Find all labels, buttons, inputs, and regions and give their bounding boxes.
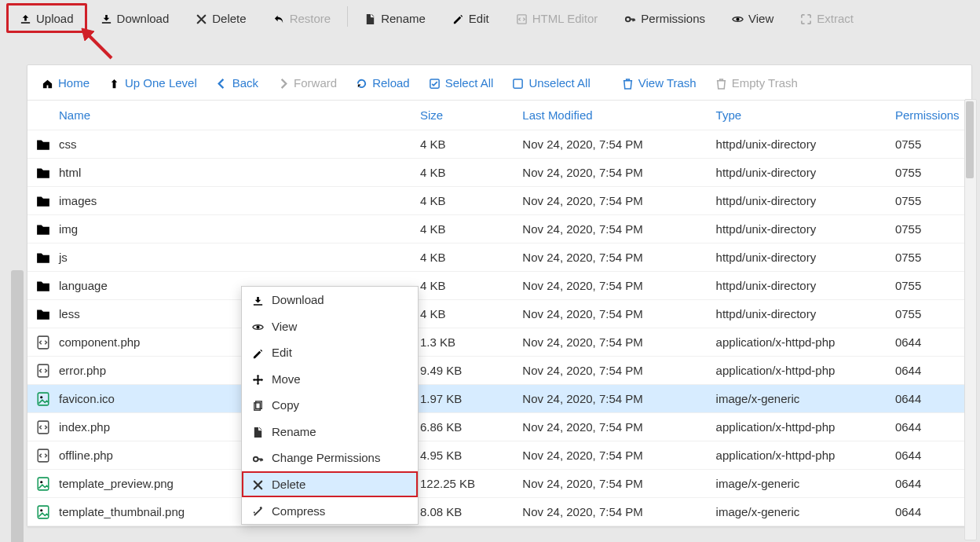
ctx-view[interactable]: View <box>242 313 418 340</box>
trash-icon <box>715 75 727 90</box>
col-perm[interactable]: Permissions <box>889 101 971 130</box>
file-name: language <box>59 279 108 292</box>
table-header-row: Name Size Last Modified Type Permissions <box>27 101 971 130</box>
ctx-delete[interactable]: Delete <box>242 471 418 498</box>
scrollbar-thumb[interactable] <box>966 101 974 178</box>
table-row[interactable]: template_preview.png122.25 KBNov 24, 202… <box>27 470 971 498</box>
rename-button[interactable]: Rename <box>351 3 439 33</box>
pencil-icon <box>452 11 464 25</box>
home-button[interactable]: Home <box>32 71 99 94</box>
back-button[interactable]: Back <box>207 71 268 94</box>
table-row[interactable]: language4 KBNov 24, 2020, 7:54 PMhttpd/u… <box>27 272 971 300</box>
checkbox-checked-icon <box>429 75 441 90</box>
table-row[interactable]: js4 KBNov 24, 2020, 7:54 PMhttpd/unix-di… <box>27 244 971 272</box>
ctx-move[interactable]: Move <box>242 366 418 393</box>
table-row[interactable]: less4 KBNov 24, 2020, 7:54 PMhttpd/unix-… <box>27 300 971 328</box>
file-type: httpd/unix-directory <box>710 215 889 244</box>
empty-trash-button[interactable]: Empty Trash <box>706 71 807 94</box>
file-type: application/x-httpd-php <box>710 357 889 385</box>
rename-label: Rename <box>381 12 426 25</box>
image-file-icon <box>35 391 51 406</box>
file-type: image/x-generic <box>710 498 889 526</box>
file-size: 1.3 KB <box>414 328 516 357</box>
file-date: Nov 24, 2020, 7:54 PM <box>516 498 709 526</box>
ctx-chperm[interactable]: Change Permissions <box>242 445 418 471</box>
restore-button[interactable]: Restore <box>260 3 345 33</box>
home-label: Home <box>58 76 90 90</box>
scrollbar[interactable] <box>964 99 977 540</box>
key-icon <box>251 451 264 465</box>
ctx-download[interactable]: Download <box>242 287 418 313</box>
table-row[interactable]: images4 KBNov 24, 2020, 7:54 PMhttpd/uni… <box>27 187 971 215</box>
select-all-button[interactable]: Select All <box>419 71 503 94</box>
table-row[interactable]: css4 KBNov 24, 2020, 7:54 PMhttpd/unix-d… <box>27 130 971 159</box>
file-perm: 0644 <box>889 385 971 413</box>
up-one-level-button[interactable]: Up One Level <box>99 71 207 94</box>
table-row[interactable]: img4 KBNov 24, 2020, 7:54 PMhttpd/unix-d… <box>27 215 971 244</box>
ctx-edit[interactable]: Edit <box>242 339 418 366</box>
permissions-button[interactable]: Permissions <box>611 3 719 33</box>
file-perm: 0755 <box>889 244 971 272</box>
copy-icon <box>251 398 264 412</box>
col-size[interactable]: Size <box>414 101 516 130</box>
col-name[interactable]: Name <box>27 101 414 130</box>
ctx-compress[interactable]: Compress <box>242 497 418 524</box>
file-name: template_preview.png <box>59 477 174 490</box>
download-button[interactable]: Download <box>87 3 183 33</box>
table-row[interactable]: index.php6.86 KBNov 24, 2020, 7:54 PMapp… <box>27 413 971 441</box>
file-name: error.php <box>59 364 106 377</box>
file-date: Nov 24, 2020, 7:54 PM <box>516 357 709 385</box>
file-perm: 0644 <box>889 498 971 526</box>
trash-icon <box>622 75 634 90</box>
col-date[interactable]: Last Modified <box>516 101 709 130</box>
table-row[interactable]: favicon.ico1.97 KBNov 24, 2020, 7:54 PMi… <box>27 385 971 413</box>
html-editor-button[interactable]: HTML Editor <box>503 3 612 33</box>
table-row[interactable]: offline.php4.95 KBNov 24, 2020, 7:54 PMa… <box>27 441 971 470</box>
file-date: Nov 24, 2020, 7:54 PM <box>516 441 709 470</box>
table-row[interactable]: template_thumbnail.png8.08 KBNov 24, 202… <box>27 498 971 526</box>
file-name: js <box>59 251 68 264</box>
table-row[interactable]: component.php1.3 KBNov 24, 2020, 7:54 PM… <box>27 328 971 357</box>
file-perm: 0644 <box>889 357 971 385</box>
wand-icon <box>251 504 264 518</box>
file-name: images <box>59 194 97 207</box>
file-name: less <box>59 307 80 320</box>
view-button[interactable]: View <box>719 3 787 33</box>
file-name: favicon.ico <box>59 392 115 405</box>
move-icon <box>251 372 264 386</box>
unselect-all-button[interactable]: Unselect All <box>503 71 599 94</box>
file-size: 4 KB <box>414 272 516 300</box>
file-type: image/x-generic <box>710 470 889 498</box>
file-size: 4 KB <box>414 215 516 244</box>
forward-button[interactable]: Forward <box>268 71 346 94</box>
image-file-icon <box>35 476 51 491</box>
file-perm: 0755 <box>889 300 971 328</box>
doc-icon <box>364 11 376 25</box>
ctx-label: Move <box>272 372 301 386</box>
restore-label: Restore <box>290 12 331 25</box>
extract-button[interactable]: Extract <box>787 3 867 33</box>
view-trash-button[interactable]: View Trash <box>612 71 706 94</box>
checkbox-empty-icon <box>512 75 524 90</box>
ctx-copy[interactable]: Copy <box>242 392 418 419</box>
file-type: httpd/unix-directory <box>710 300 889 328</box>
expand-icon <box>800 11 812 25</box>
table-row[interactable]: html4 KBNov 24, 2020, 7:54 PMhttpd/unix-… <box>27 159 971 187</box>
upload-button[interactable]: Upload <box>6 3 87 33</box>
ctx-label: Copy <box>272 398 299 412</box>
ctx-rename[interactable]: Rename <box>242 419 418 445</box>
arrow-up-icon <box>108 75 120 90</box>
reload-button[interactable]: Reload <box>346 71 419 94</box>
file-perm: 0644 <box>889 328 971 357</box>
col-type[interactable]: Type <box>710 101 889 130</box>
delete-button[interactable]: Delete <box>182 3 259 33</box>
upload-label: Upload <box>36 12 74 25</box>
edit-button[interactable]: Edit <box>439 3 503 33</box>
table-row[interactable]: error.php9.49 KBNov 24, 2020, 7:54 PMapp… <box>27 357 971 385</box>
file-date: Nov 24, 2020, 7:54 PM <box>516 130 709 159</box>
code-file-icon <box>35 363 51 378</box>
code-file-icon <box>35 448 51 463</box>
ctx-label: Compress <box>272 504 325 518</box>
arrow-right-icon <box>277 75 289 90</box>
file-size: 4 KB <box>414 159 516 187</box>
